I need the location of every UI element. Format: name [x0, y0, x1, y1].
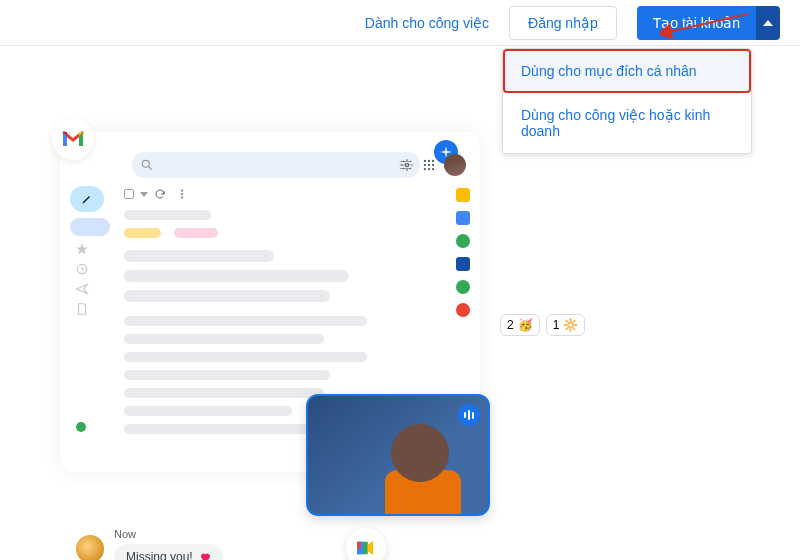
sun-emoji-icon: 🔆 [563, 318, 578, 332]
refresh-icon[interactable] [154, 188, 166, 200]
maps-icon[interactable] [456, 303, 470, 317]
speaking-indicator [458, 404, 480, 426]
gmail-sidebar [70, 186, 116, 462]
keep-icon[interactable] [456, 188, 470, 202]
create-account-button[interactable]: Tạo tài khoản [637, 6, 756, 40]
label-chip [174, 228, 218, 238]
calendar-icon[interactable] [456, 211, 470, 225]
svg-point-5 [428, 160, 430, 162]
svg-point-7 [424, 164, 426, 166]
svg-point-15 [181, 193, 183, 195]
profile-avatar[interactable] [444, 154, 466, 176]
gmail-logo [52, 118, 94, 160]
message-row-placeholder [124, 270, 349, 282]
chat-timestamp: Now [114, 528, 223, 540]
message-row-placeholder [124, 352, 367, 362]
message-row-placeholder [124, 406, 292, 416]
svg-line-2 [149, 167, 152, 170]
side-panel [456, 188, 470, 317]
party-emoji-icon: 🥳 [518, 318, 533, 332]
create-account-menu: Dùng cho mục đích cá nhân Dùng cho công … [502, 48, 752, 154]
reaction-party-chip[interactable]: 2 🥳 [500, 314, 540, 336]
for-work-link[interactable]: Dành cho công việc [365, 15, 489, 31]
menu-item-personal[interactable]: Dùng cho mục đích cá nhân [503, 49, 751, 93]
search-icon [140, 158, 154, 172]
meet-icon [355, 540, 377, 556]
svg-point-8 [428, 164, 430, 166]
meet-fab[interactable] [346, 528, 386, 560]
drafts-icon[interactable] [70, 302, 94, 316]
svg-point-10 [424, 168, 426, 170]
message-row-placeholder [124, 290, 330, 302]
svg-point-6 [432, 160, 434, 162]
svg-point-14 [181, 190, 183, 192]
contacts-icon[interactable] [456, 257, 470, 271]
sent-icon[interactable] [70, 282, 94, 296]
starred-icon[interactable] [70, 242, 94, 256]
create-account-split-button: Tạo tài khoản [637, 6, 780, 40]
select-all-checkbox[interactable] [124, 189, 134, 199]
reaction-sun-chip[interactable]: 1 🔆 [546, 314, 586, 336]
message-row-placeholder [124, 388, 324, 398]
gmail-icon [61, 130, 85, 148]
chevron-up-icon [763, 20, 773, 26]
reaction-count: 2 [507, 318, 514, 332]
message-row-placeholder [124, 250, 274, 262]
apps-grid-icon[interactable] [422, 158, 436, 172]
reaction-count: 1 [553, 318, 560, 332]
meet-video-tile[interactable] [306, 394, 490, 516]
list-toolbar [124, 188, 436, 200]
chat-presence-dot [76, 422, 86, 432]
label-chip [124, 228, 161, 238]
header-tools [400, 154, 466, 176]
create-account-dropdown-toggle[interactable] [756, 6, 780, 40]
svg-point-16 [181, 197, 183, 199]
settings-gear-icon[interactable] [400, 158, 414, 172]
compose-button[interactable] [70, 186, 104, 212]
chat-bubble[interactable]: Missing you! [114, 544, 223, 560]
pencil-icon [81, 193, 93, 205]
svg-point-1 [142, 160, 149, 167]
svg-point-9 [432, 164, 434, 166]
reaction-chips: 2 🥳 1 🔆 [500, 314, 585, 336]
svg-point-3 [405, 163, 409, 167]
heart-icon [199, 551, 211, 560]
message-row-placeholder [124, 370, 330, 380]
tasks-icon[interactable] [456, 234, 470, 248]
login-button[interactable]: Đăng nhập [509, 6, 617, 40]
more-icon[interactable] [176, 188, 188, 200]
top-nav: Dành cho công việc Đăng nhập Tạo tài kho… [0, 0, 800, 46]
inbox-pill[interactable] [70, 218, 110, 236]
message-row-placeholder [124, 210, 211, 220]
chat-message: Now Missing you! [76, 528, 223, 560]
svg-point-4 [424, 160, 426, 162]
menu-item-business[interactable]: Dùng cho công việc hoặc kinh doanh [503, 93, 751, 153]
svg-point-12 [432, 168, 434, 170]
chat-text: Missing you! [126, 550, 193, 560]
snoozed-icon[interactable] [70, 262, 94, 276]
message-row-placeholder [124, 316, 367, 326]
message-row-placeholder [124, 334, 324, 344]
chat-avatar[interactable] [76, 535, 104, 560]
svg-point-11 [428, 168, 430, 170]
search-bar[interactable] [132, 152, 420, 178]
voice-icon[interactable] [456, 280, 470, 294]
select-dropdown-icon[interactable] [140, 192, 148, 197]
